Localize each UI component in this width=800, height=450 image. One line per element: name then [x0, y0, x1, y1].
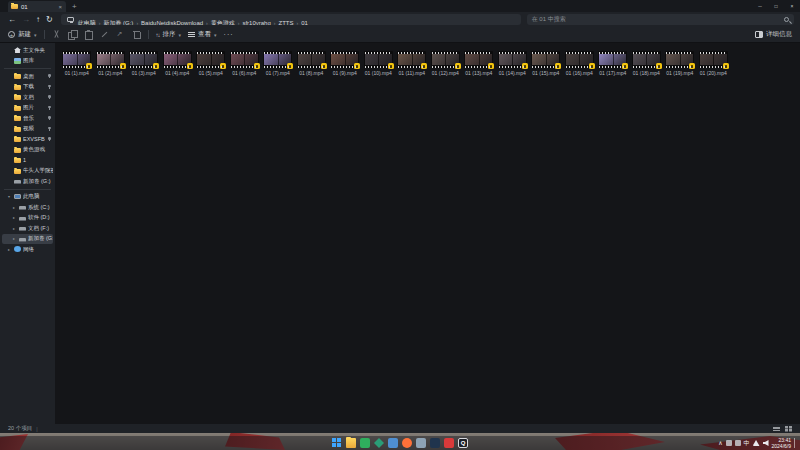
- breadcrumb-segment[interactable]: sfr10yrahg: [240, 20, 272, 26]
- sort-button[interactable]: ↑↓ 排序 ▾: [156, 30, 182, 39]
- sidebar-item-pinned[interactable]: 桌面: [2, 71, 53, 82]
- file-tile[interactable]: 01 (19).mp4: [663, 51, 697, 76]
- explorer-tab[interactable]: 01 ×: [8, 1, 66, 12]
- rename-icon[interactable]: [100, 30, 109, 39]
- breadcrumb-segment[interactable]: 黄色游戏: [209, 20, 237, 26]
- file-tile[interactable]: 01 (2).mp4: [94, 51, 128, 76]
- file-tile[interactable]: 01 (6).mp4: [228, 51, 262, 76]
- share-icon[interactable]: [116, 30, 125, 39]
- new-button[interactable]: + 新建 ▾: [8, 30, 37, 39]
- expand-chevron[interactable]: ▸: [13, 205, 17, 210]
- breadcrumb-segment[interactable]: BaiduNetdiskDownload: [139, 20, 205, 26]
- back-button[interactable]: ←: [8, 16, 16, 24]
- pin-icon: [47, 116, 51, 120]
- minimize-button[interactable]: ─: [752, 0, 768, 12]
- sidebar-item-pinned[interactable]: 黄色游戏: [2, 145, 53, 156]
- taskbar-red-app-icon[interactable]: [444, 438, 454, 448]
- sidebar-item-pinned[interactable]: 图片: [2, 103, 53, 114]
- up-button[interactable]: ↑: [36, 16, 40, 24]
- maximize-button[interactable]: □: [768, 0, 784, 12]
- file-tile[interactable]: 01 (13).mp4: [462, 51, 496, 76]
- file-tile[interactable]: 01 (12).mp4: [429, 51, 463, 76]
- sidebar-item-home[interactable]: 主文件夹: [2, 45, 53, 56]
- sidebar-item-gallery[interactable]: 图库: [2, 56, 53, 67]
- view-button[interactable]: 查看 ▾: [188, 30, 217, 39]
- file-tile[interactable]: 01 (1).mp4: [60, 51, 94, 76]
- new-tab-button[interactable]: +: [72, 2, 77, 12]
- expand-chevron[interactable]: ▸: [8, 247, 12, 252]
- taskbar-start-icon[interactable]: [332, 438, 342, 448]
- refresh-button[interactable]: ↻: [46, 16, 53, 24]
- file-tile[interactable]: 01 (10).mp4: [362, 51, 396, 76]
- sidebar-item-drive[interactable]: ▸ 软件 (D:): [2, 213, 53, 224]
- file-tile[interactable]: 01 (20).mp4: [697, 51, 731, 76]
- search-input[interactable]: 在 01 中搜索: [527, 14, 794, 25]
- file-tile[interactable]: 01 (8).mp4: [295, 51, 329, 76]
- breadcrumb-segment[interactable]: ZTTS: [276, 20, 295, 26]
- file-tile[interactable]: 01 (16).mp4: [563, 51, 597, 76]
- taskbar-blue-app-icon[interactable]: [388, 438, 398, 448]
- file-tile[interactable]: 01 (14).mp4: [496, 51, 530, 76]
- paste-icon[interactable]: [84, 30, 93, 39]
- sidebar-item-drive[interactable]: ▸ 新加卷 (G:): [2, 234, 53, 245]
- sidebar-item-this-pc[interactable]: ▾ 此电脑: [2, 192, 53, 203]
- clock[interactable]: 23:41 2024/6/9: [772, 437, 791, 449]
- expand-chevron[interactable]: ▸: [13, 215, 17, 220]
- more-options-icon[interactable]: ···: [224, 31, 234, 38]
- taskbar-firefox-icon[interactable]: [402, 438, 412, 448]
- tray-chevron-icon[interactable]: ∧: [718, 440, 722, 446]
- file-tile[interactable]: 01 (17).mp4: [596, 51, 630, 76]
- sidebar-item-pinned[interactable]: 视频: [2, 124, 53, 135]
- breadcrumb[interactable]: 此电脑›新加卷 (G:)›BaiduNetdiskDownload›黄色游戏›s…: [61, 14, 521, 25]
- file-list-pane[interactable]: 01 (1).mp4 01 (2).mp4 01 (3).mp4 01 (4).…: [55, 43, 800, 424]
- copy-icon[interactable]: [68, 30, 77, 39]
- taskbar-file-explorer-icon[interactable]: [346, 438, 356, 448]
- thumbnail-view-icon[interactable]: [785, 426, 792, 432]
- sidebar-item-pinned[interactable]: EXVSFB-MBON: [2, 134, 53, 145]
- close-tab-icon[interactable]: ×: [57, 4, 63, 10]
- file-tile[interactable]: 01 (18).mp4: [630, 51, 664, 76]
- network-icon[interactable]: [753, 440, 760, 446]
- file-tile[interactable]: 01 (3).mp4: [127, 51, 161, 76]
- expand-chevron[interactable]: ▾: [8, 194, 12, 199]
- taskbar-gray-blue-app-icon[interactable]: [416, 438, 426, 448]
- details-pane-toggle[interactable]: 详细信息: [755, 30, 792, 39]
- delete-icon[interactable]: [132, 30, 141, 39]
- sidebar-item-pinned[interactable]: 文档: [2, 92, 53, 103]
- file-tile[interactable]: 01 (15).mp4: [529, 51, 563, 76]
- lock-badge-icon: [254, 63, 260, 69]
- taskbar-green-app-icon[interactable]: [360, 438, 370, 448]
- expand-chevron[interactable]: ▸: [13, 226, 17, 231]
- sidebar-item-pinned[interactable]: 1: [2, 155, 53, 166]
- file-tile[interactable]: 01 (7).mp4: [261, 51, 295, 76]
- file-tile[interactable]: 01 (5).mp4: [194, 51, 228, 76]
- video-thumbnail: [565, 51, 594, 68]
- show-desktop-button[interactable]: [794, 438, 796, 448]
- sidebar-item-pinned[interactable]: 下载: [2, 82, 53, 93]
- taskbar-teal-diamond-app-icon[interactable]: [374, 438, 384, 448]
- tray-app-icon[interactable]: [735, 440, 741, 446]
- taskbar-q-app-icon[interactable]: Q: [458, 438, 468, 448]
- sidebar-item-label: EXVSFB-MBON: [23, 136, 45, 142]
- tray-app-icon[interactable]: [726, 440, 732, 446]
- file-tile[interactable]: 01 (11).mp4: [395, 51, 429, 76]
- taskbar-dark-app-icon[interactable]: [430, 438, 440, 448]
- sidebar-item-pinned[interactable]: 牛头人学院视频1: [2, 166, 53, 177]
- breadcrumb-segment[interactable]: 此电脑: [76, 20, 98, 26]
- expand-chevron[interactable]: ▸: [13, 236, 17, 241]
- volume-icon[interactable]: [763, 440, 769, 446]
- sidebar-item-drive[interactable]: ▸ 系统 (C:): [2, 202, 53, 213]
- details-view-icon[interactable]: [773, 426, 780, 432]
- breadcrumb-segment[interactable]: 新加卷 (G:): [101, 20, 135, 26]
- sidebar-item-pinned[interactable]: 音乐: [2, 113, 53, 124]
- sidebar-item-pinned[interactable]: 新加卷 (G:): [2, 176, 53, 187]
- breadcrumb-segment[interactable]: 01: [299, 20, 310, 26]
- cut-icon[interactable]: [52, 30, 61, 39]
- sidebar-item-drive[interactable]: ▸ 文档 (F:): [2, 223, 53, 234]
- sidebar-item-network[interactable]: ▸ 网络: [2, 244, 53, 255]
- file-tile[interactable]: 01 (4).mp4: [161, 51, 195, 76]
- close-button[interactable]: ×: [784, 0, 800, 12]
- forward-button[interactable]: →: [22, 16, 30, 24]
- file-tile[interactable]: 01 (9).mp4: [328, 51, 362, 76]
- language-indicator[interactable]: 中: [744, 440, 750, 446]
